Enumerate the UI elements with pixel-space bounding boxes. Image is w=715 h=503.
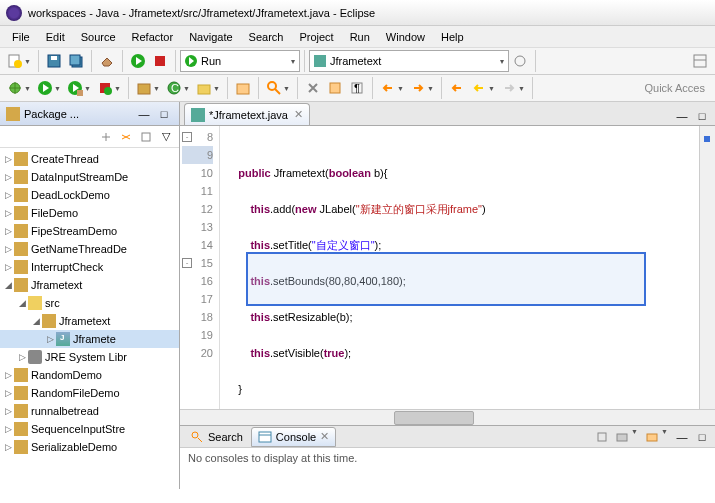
- tree-item[interactable]: ▷Jframete: [0, 330, 179, 348]
- tree-item[interactable]: ▷JRE System Libr: [0, 348, 179, 366]
- link-editor-button[interactable]: [117, 128, 135, 146]
- expander-icon[interactable]: ▷: [2, 370, 14, 380]
- dropdown-icon[interactable]: ▼: [427, 85, 437, 92]
- tree-item[interactable]: ▷SequenceInputStre: [0, 420, 179, 438]
- project-select[interactable]: Jframetext ▾: [309, 50, 509, 72]
- new-folder-button[interactable]: [193, 77, 215, 99]
- scrollbar-thumb[interactable]: [394, 411, 474, 425]
- tree-item[interactable]: ◢src: [0, 294, 179, 312]
- last-edit-button[interactable]: [446, 77, 468, 99]
- line-number[interactable]: 16: [182, 272, 213, 290]
- dropdown-icon[interactable]: ▼: [397, 85, 407, 92]
- tree-item[interactable]: ◢Jframetext: [0, 276, 179, 294]
- tree-item[interactable]: ▷DataInputStreamDe: [0, 168, 179, 186]
- close-icon[interactable]: ✕: [294, 108, 303, 121]
- annotation-prev-button[interactable]: [377, 77, 399, 99]
- search-button[interactable]: [263, 77, 285, 99]
- expander-icon[interactable]: ▷: [2, 406, 14, 416]
- menu-project[interactable]: Project: [291, 28, 341, 46]
- expander-icon[interactable]: ▷: [2, 190, 14, 200]
- tree-item[interactable]: ▷RandomDemo: [0, 366, 179, 384]
- line-number[interactable]: 14: [182, 236, 213, 254]
- run-config-select[interactable]: Run ▾: [180, 50, 300, 72]
- expander-icon[interactable]: ▷: [2, 424, 14, 434]
- expander-icon[interactable]: ◢: [30, 316, 42, 326]
- overview-ruler[interactable]: [699, 126, 715, 409]
- line-number[interactable]: 11: [182, 182, 213, 200]
- expander-icon[interactable]: ▷: [2, 226, 14, 236]
- dropdown-icon[interactable]: ▼: [213, 85, 223, 92]
- close-icon[interactable]: ✕: [320, 430, 329, 443]
- menu-help[interactable]: Help: [433, 28, 472, 46]
- open-console-button[interactable]: [643, 428, 661, 446]
- dropdown-icon[interactable]: ▼: [631, 428, 641, 446]
- open-type-button[interactable]: [232, 77, 254, 99]
- toggle-mark-button[interactable]: [302, 77, 324, 99]
- expander-icon[interactable]: ▷: [2, 442, 14, 452]
- tree-item[interactable]: ▷runnalbetread: [0, 402, 179, 420]
- minimize-button[interactable]: —: [673, 107, 691, 125]
- code-area[interactable]: public Jframetext(boolean b){ this.add(n…: [220, 126, 699, 409]
- tree-item[interactable]: ▷SerializableDemo: [0, 438, 179, 456]
- toggle-block-button[interactable]: [324, 77, 346, 99]
- expander-icon[interactable]: ▷: [2, 172, 14, 182]
- tree-item[interactable]: ▷FipeStreamDemo: [0, 222, 179, 240]
- line-number[interactable]: 20: [182, 344, 213, 362]
- menu-edit[interactable]: Edit: [38, 28, 73, 46]
- dropdown-icon[interactable]: ▼: [24, 58, 34, 65]
- line-number[interactable]: 13: [182, 218, 213, 236]
- fold-icon[interactable]: -: [182, 132, 192, 142]
- dropdown-icon[interactable]: ▼: [54, 85, 64, 92]
- tree-item[interactable]: ▷FileDemo: [0, 204, 179, 222]
- editor-tab[interactable]: *Jframetext.java ✕: [184, 103, 310, 125]
- menu-file[interactable]: File: [4, 28, 38, 46]
- ext-tools-button[interactable]: [94, 77, 116, 99]
- quick-access[interactable]: Quick Acces: [638, 80, 711, 96]
- expander-icon[interactable]: ▷: [2, 388, 14, 398]
- line-number[interactable]: 19: [182, 326, 213, 344]
- coverage-button[interactable]: [64, 77, 86, 99]
- expander-icon[interactable]: ▷: [2, 154, 14, 164]
- dropdown-icon[interactable]: ▼: [24, 85, 34, 92]
- forward-button[interactable]: [498, 77, 520, 99]
- dropdown-icon[interactable]: ▼: [661, 428, 671, 446]
- dropdown-icon[interactable]: ▼: [84, 85, 94, 92]
- tree-item[interactable]: ◢Jframetext: [0, 312, 179, 330]
- run-button[interactable]: [127, 50, 149, 72]
- menu-window[interactable]: Window: [378, 28, 433, 46]
- tree-item[interactable]: ▷InterruptCheck: [0, 258, 179, 276]
- search-tab[interactable]: Search: [184, 428, 249, 446]
- tree-item[interactable]: ▷DeadLockDemo: [0, 186, 179, 204]
- minimize-button[interactable]: —: [135, 105, 153, 123]
- save-button[interactable]: [43, 50, 65, 72]
- editor-body[interactable]: 8-9101112131415-1617181920 public Jframe…: [180, 126, 715, 409]
- expander-icon[interactable]: ▷: [2, 208, 14, 218]
- debug-button[interactable]: [4, 77, 26, 99]
- maximize-button[interactable]: □: [693, 428, 711, 446]
- tree-item[interactable]: ▷RandomFileDemo: [0, 384, 179, 402]
- line-number[interactable]: 17: [182, 290, 213, 308]
- menu-search[interactable]: Search: [241, 28, 292, 46]
- dropdown-icon[interactable]: ▼: [518, 85, 528, 92]
- console-tab[interactable]: Console ✕: [251, 427, 336, 447]
- menu-navigate[interactable]: Navigate: [181, 28, 240, 46]
- line-number[interactable]: 9: [182, 146, 213, 164]
- perspective-button[interactable]: [689, 50, 711, 72]
- config-button[interactable]: [509, 50, 531, 72]
- collapse-all-button[interactable]: [97, 128, 115, 146]
- expander-icon[interactable]: ◢: [2, 280, 14, 290]
- new-class-button[interactable]: C: [163, 77, 185, 99]
- annotation-next-button[interactable]: [407, 77, 429, 99]
- line-number[interactable]: 18: [182, 308, 213, 326]
- expander-icon[interactable]: ▷: [44, 334, 56, 344]
- stop-button[interactable]: [149, 50, 171, 72]
- tree-item[interactable]: ▷CreateThread: [0, 150, 179, 168]
- view-menu-button[interactable]: ▽: [157, 128, 175, 146]
- build-button[interactable]: [96, 50, 118, 72]
- maximize-button[interactable]: □: [693, 107, 711, 125]
- focus-button[interactable]: [137, 128, 155, 146]
- fold-icon[interactable]: -: [182, 258, 192, 268]
- line-number[interactable]: 10: [182, 164, 213, 182]
- dropdown-icon[interactable]: ▼: [283, 85, 293, 92]
- line-number[interactable]: 12: [182, 200, 213, 218]
